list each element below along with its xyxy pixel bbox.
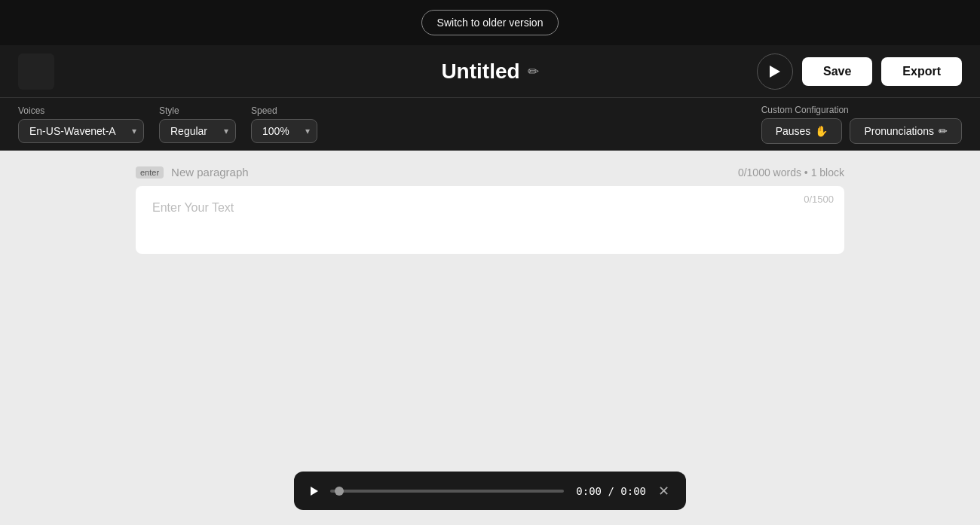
play-button-header[interactable] <box>757 53 793 90</box>
project-title: Untitled <box>441 60 519 84</box>
header-center: Untitled ✏ <box>441 60 538 84</box>
content-area: enter New paragraph 0/1000 words • 1 blo… <box>0 151 980 525</box>
speed-select[interactable]: 100% <box>251 119 317 143</box>
block-count-separator: • <box>804 166 811 179</box>
word-count: 0/1000 words • 1 block <box>738 166 844 179</box>
block-count-value: 1 block <box>811 166 844 179</box>
style-group: Style Regular ▾ <box>159 105 236 143</box>
pauses-icon: ✋ <box>815 125 828 137</box>
pronunciations-icon: ✏ <box>939 125 948 137</box>
voices-label: Voices <box>18 105 144 116</box>
text-block: 0/1500 Enter Your Text <box>136 186 844 254</box>
speed-dropdown-wrapper: 100% ▾ <box>251 119 317 143</box>
toolbar-left: Voices En-US-Wavenet-A ▾ Style Regular ▾… <box>18 105 317 143</box>
logo-box <box>18 53 54 90</box>
toolbar: Voices En-US-Wavenet-A ▾ Style Regular ▾… <box>0 98 980 151</box>
header-bar: Untitled ✏ Save Export <box>0 45 980 98</box>
enter-badge: enter <box>136 166 164 179</box>
pronunciations-btn-label: Pronunciations <box>864 125 934 137</box>
voices-dropdown-wrapper: En-US-Wavenet-A ▾ <box>18 119 144 143</box>
pauses-button[interactable]: Pauses ✋ <box>761 118 843 144</box>
custom-config-buttons: Pauses ✋ Pronunciations ✏ <box>761 118 962 144</box>
header-right: Save Export <box>757 53 962 90</box>
progress-bar[interactable] <box>330 490 564 493</box>
header-left <box>18 53 54 90</box>
save-button[interactable]: Save <box>802 57 872 86</box>
paragraph-label-area: enter New paragraph <box>136 166 249 179</box>
word-count-value: 0/1000 words <box>738 166 801 179</box>
style-dropdown-wrapper: Regular ▾ <box>159 119 236 143</box>
style-select[interactable]: Regular <box>159 119 236 143</box>
paragraph-row: enter New paragraph 0/1000 words • 1 blo… <box>136 166 844 179</box>
toolbar-right: Custom Configuration Pauses ✋ Pronunciat… <box>761 105 962 144</box>
pauses-btn-label: Pauses <box>776 125 811 137</box>
pronunciations-button[interactable]: Pronunciations ✏ <box>850 118 962 144</box>
play-triangle-icon <box>770 66 780 78</box>
media-player: 0:00 / 0:00 ✕ <box>294 472 686 510</box>
media-play-icon <box>311 487 318 496</box>
media-play-button[interactable] <box>311 482 318 499</box>
speed-group: Speed 100% ▾ <box>251 105 317 143</box>
switch-version-button[interactable]: Switch to older version <box>421 10 559 35</box>
voices-select[interactable]: En-US-Wavenet-A <box>18 119 144 143</box>
voices-group: Voices En-US-Wavenet-A ▾ <box>18 105 144 143</box>
style-label: Style <box>159 105 236 116</box>
speed-label: Speed <box>251 105 317 116</box>
media-player-container: 0:00 / 0:00 ✕ <box>294 472 686 510</box>
edit-title-icon[interactable]: ✏ <box>528 63 539 80</box>
top-bar: Switch to older version <box>0 0 980 45</box>
progress-dot <box>335 487 344 496</box>
export-button[interactable]: Export <box>881 57 962 86</box>
close-player-button[interactable]: ✕ <box>658 483 669 499</box>
custom-config-label: Custom Configuration <box>761 105 849 115</box>
time-display: 0:00 / 0:00 <box>576 485 646 497</box>
new-paragraph-text: New paragraph <box>171 166 249 179</box>
